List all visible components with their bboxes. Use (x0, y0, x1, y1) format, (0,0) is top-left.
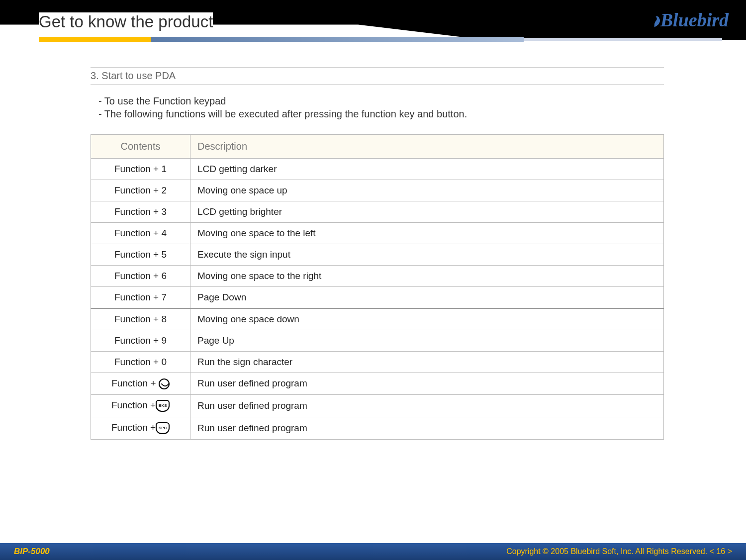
section-divider-top (91, 67, 664, 68)
cell-desc: Moving one space to the left (190, 223, 664, 244)
cell-desc: Page Up (190, 330, 664, 352)
section-body: - To use the Function keypad - The follo… (98, 94, 664, 120)
section-divider-bottom (91, 84, 664, 85)
table-row: Function + 4 Moving one space to the lef… (91, 223, 664, 244)
cell-desc: LCD getting darker (190, 159, 664, 180)
cell-desc: LCD getting brighter (190, 201, 664, 223)
table-row: Function + 3 LCD getting brighter (91, 201, 664, 223)
table-header-row: Contents Description (91, 135, 664, 159)
cell-key: Function + 3 (91, 201, 190, 223)
cell-desc: Run user defined program (190, 417, 664, 439)
cell-key: Function + 4 (91, 223, 190, 244)
cell-desc: Moving one space up (190, 180, 664, 201)
table-row: Function + 5 Execute the sign input (91, 244, 664, 266)
title-underline-accent (39, 37, 151, 42)
cell-key: Function + 6 (91, 266, 190, 287)
cell-key: Function +BKS (91, 394, 190, 417)
section-heading: 3. Start to use PDA (91, 70, 664, 82)
key-text: Function + (111, 400, 156, 410)
table-row: Function + 9 Page Up (91, 330, 664, 352)
key-text: Function + (111, 378, 159, 388)
table-row: Function +BKS Run user defined program (91, 394, 664, 417)
main-content: 3. Start to use PDA - To use the Functio… (0, 40, 746, 440)
table-row: Function + Run user defined program (91, 373, 664, 395)
cell-key: Function +SPC (91, 417, 190, 439)
footer: BIP-5000 Copyright © 2005 Bluebird Soft,… (0, 543, 746, 560)
footer-copyright: Copyright © 2005 Bluebird Soft, Inc. All… (506, 547, 732, 556)
body-line-1: - To use the Function keypad (98, 94, 664, 107)
table-row: Function + 2 Moving one space up (91, 180, 664, 201)
cell-key: Function + 5 (91, 244, 190, 266)
table-row: Function + 8 Moving one space down (91, 308, 664, 330)
brand-logo: Bluebird (653, 9, 729, 31)
cell-desc: Moving one space down (190, 308, 664, 330)
table-header-contents: Contents (91, 135, 190, 159)
title-underline-gradient (151, 37, 524, 42)
brand-text: Bluebird (660, 9, 729, 31)
table-row: Function +SPC Run user defined program (91, 417, 664, 439)
cell-desc: Run user defined program (190, 373, 664, 395)
cell-key: Function + (91, 373, 190, 395)
table-row: Function + 0 Run the sign character (91, 352, 664, 373)
table-row: Function + 6 Moving one space to the rig… (91, 266, 664, 287)
cell-key: Function + 9 (91, 330, 190, 352)
page-title: Get to know the product (39, 12, 213, 31)
key-text: Function + (111, 422, 156, 433)
cell-desc: Execute the sign input (190, 244, 664, 266)
cell-key: Function + 2 (91, 180, 190, 201)
phone-icon (159, 378, 170, 389)
body-line-2: - The following functions will be execut… (98, 107, 664, 120)
table-row: Function + 1 LCD getting darker (91, 159, 664, 180)
table-row: Function + 7 Page Down (91, 287, 664, 309)
cell-key: Function + 0 (91, 352, 190, 373)
cell-desc: Moving one space to the right (190, 266, 664, 287)
spc-key-icon: SPC (156, 422, 170, 434)
cell-key: Function + 8 (91, 308, 190, 330)
cell-desc: Run the sign character (190, 352, 664, 373)
cell-key: Function + 7 (91, 287, 190, 309)
bks-key-icon: BKS (156, 400, 170, 412)
footer-product-name: BIP-5000 (14, 547, 50, 557)
table-header-description: Description (190, 135, 664, 159)
header: Get to know the product Bluebird (0, 0, 746, 40)
cell-desc: Page Down (190, 287, 664, 309)
cell-desc: Run user defined program (190, 394, 664, 417)
cell-key: Function + 1 (91, 159, 190, 180)
function-table: Contents Description Function + 1 LCD ge… (91, 134, 664, 440)
